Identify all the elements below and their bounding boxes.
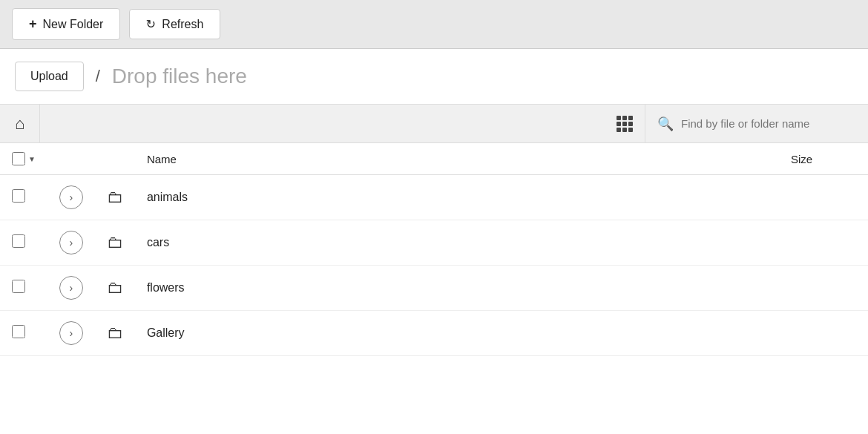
row-icon-cell-0: 🗀 <box>95 175 135 220</box>
search-input[interactable] <box>681 117 844 130</box>
row-checkbox-cell <box>0 266 47 311</box>
search-area: 🔍 <box>645 105 868 142</box>
row-chevron-button-1[interactable]: › <box>59 231 83 254</box>
grid-view-button[interactable] <box>605 105 645 142</box>
header-checkbox-cell: ▼ <box>0 143 47 175</box>
table-row: › 🗀 cars <box>0 220 868 266</box>
row-icon-cell-3: 🗀 <box>95 311 135 356</box>
header-size: Size <box>779 143 868 175</box>
upload-button[interactable]: Upload <box>15 62 84 91</box>
header-nav-cell <box>47 143 95 175</box>
header-dropdown-arrow[interactable]: ▼ <box>28 155 36 163</box>
table-row: › 🗀 animals <box>0 175 868 220</box>
row-name-3[interactable]: Gallery <box>135 311 779 356</box>
table-row: › 🗀 flowers <box>0 266 868 311</box>
row-name-0[interactable]: animals <box>135 175 779 220</box>
nav-bar: ⌂ 🔍 <box>0 105 868 143</box>
home-button[interactable]: ⌂ <box>0 105 40 142</box>
row-chevron-button-0[interactable]: › <box>59 185 83 209</box>
row-checkbox-0[interactable] <box>12 189 25 203</box>
upload-bar: Upload / Drop files here <box>0 49 868 105</box>
refresh-label: Refresh <box>162 18 203 31</box>
table-row: › 🗀 Gallery <box>0 311 868 356</box>
row-size-3 <box>779 311 868 356</box>
row-chevron-button-3[interactable]: › <box>59 321 83 345</box>
folder-icon-2: 🗀 <box>107 278 123 297</box>
row-icon-cell-2: 🗀 <box>95 266 135 311</box>
folder-icon-1: 🗀 <box>107 233 123 252</box>
row-size-0 <box>779 175 868 220</box>
grid-icon <box>617 116 633 132</box>
row-nav-cell-0: › <box>47 175 95 220</box>
row-checkbox-2[interactable] <box>12 280 25 293</box>
row-icon-cell-1: 🗀 <box>95 220 135 266</box>
select-all-checkbox[interactable] <box>12 152 25 165</box>
new-folder-button[interactable]: + New Folder <box>12 8 120 40</box>
row-size-2 <box>779 266 868 311</box>
refresh-icon: ↺ <box>146 17 156 31</box>
row-checkbox-cell <box>0 175 47 220</box>
row-nav-cell-1: › <box>47 220 95 266</box>
row-checkbox-3[interactable] <box>12 325 25 338</box>
row-size-1 <box>779 220 868 266</box>
file-table: ▼ Name Size › 🗀 animals <box>0 143 868 356</box>
table-header-row: ▼ Name Size <box>0 143 868 175</box>
folder-icon-3: 🗀 <box>107 323 123 343</box>
header-name: Name <box>135 143 779 175</box>
home-icon: ⌂ <box>15 114 24 134</box>
upload-label: Upload <box>30 70 68 82</box>
row-checkbox-cell <box>0 311 47 356</box>
row-nav-cell-3: › <box>47 311 95 356</box>
row-nav-cell-2: › <box>47 266 95 311</box>
search-icon: 🔍 <box>657 116 674 132</box>
drop-files-label: Drop files here <box>112 65 247 88</box>
file-table-container: ▼ Name Size › 🗀 animals <box>0 143 868 356</box>
new-folder-label: New Folder <box>43 18 104 31</box>
row-name-2[interactable]: flowers <box>135 266 779 311</box>
toolbar: + New Folder ↺ Refresh <box>0 0 868 49</box>
header-icon-cell <box>95 143 135 175</box>
breadcrumb-separator: / <box>96 67 100 86</box>
plus-icon: + <box>29 16 37 32</box>
row-checkbox-cell <box>0 220 47 266</box>
folder-icon-0: 🗀 <box>107 188 123 207</box>
row-name-1[interactable]: cars <box>135 220 779 266</box>
row-checkbox-1[interactable] <box>12 234 25 248</box>
refresh-button[interactable]: ↺ Refresh <box>129 9 220 39</box>
row-chevron-button-2[interactable]: › <box>59 276 83 300</box>
